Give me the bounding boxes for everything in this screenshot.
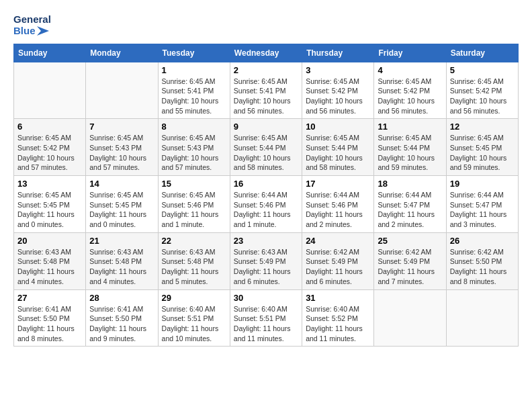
day-info: Sunrise: 6:42 AM Sunset: 5:49 PM Dayligh… <box>306 247 370 287</box>
day-number: 15 <box>162 179 226 189</box>
calendar-cell: 21Sunrise: 6:43 AM Sunset: 5:48 PM Dayli… <box>86 232 158 289</box>
day-number: 21 <box>89 236 154 246</box>
header: General Blue <box>13 13 519 37</box>
day-number: 2 <box>234 65 298 75</box>
day-number: 27 <box>17 293 82 303</box>
day-number: 5 <box>450 65 515 75</box>
logo-arrow-icon <box>37 26 49 36</box>
day-number: 8 <box>162 122 226 132</box>
day-info: Sunrise: 6:45 AM Sunset: 5:44 PM Dayligh… <box>378 133 442 173</box>
calendar-cell: 1Sunrise: 6:45 AM Sunset: 5:41 PM Daylig… <box>158 62 230 119</box>
day-info: Sunrise: 6:45 AM Sunset: 5:42 PM Dayligh… <box>450 77 515 116</box>
day-number: 13 <box>17 179 82 189</box>
day-info: Sunrise: 6:40 AM Sunset: 5:52 PM Dayligh… <box>306 304 370 344</box>
day-number: 25 <box>378 236 442 246</box>
day-number: 3 <box>306 65 370 75</box>
day-info: Sunrise: 6:44 AM Sunset: 5:47 PM Dayligh… <box>450 190 515 230</box>
day-number: 31 <box>306 293 370 303</box>
day-info: Sunrise: 6:45 AM Sunset: 5:42 PM Dayligh… <box>378 77 442 116</box>
day-number: 16 <box>234 179 298 189</box>
calendar-week-row: 6Sunrise: 6:45 AM Sunset: 5:42 PM Daylig… <box>14 119 519 176</box>
logo-general-text: General <box>13 13 51 25</box>
calendar-cell: 19Sunrise: 6:44 AM Sunset: 5:47 PM Dayli… <box>446 176 518 233</box>
day-number: 18 <box>378 179 442 189</box>
day-number: 23 <box>234 236 298 246</box>
calendar-cell: 9Sunrise: 6:45 AM Sunset: 5:44 PM Daylig… <box>230 119 302 176</box>
calendar-week-row: 20Sunrise: 6:43 AM Sunset: 5:48 PM Dayli… <box>14 232 519 289</box>
calendar-cell: 3Sunrise: 6:45 AM Sunset: 5:42 PM Daylig… <box>302 62 374 119</box>
day-info: Sunrise: 6:45 AM Sunset: 5:42 PM Dayligh… <box>306 77 370 116</box>
weekday-header-monday: Monday <box>86 44 158 62</box>
day-info: Sunrise: 6:45 AM Sunset: 5:45 PM Dayligh… <box>17 190 82 230</box>
calendar-cell: 8Sunrise: 6:45 AM Sunset: 5:43 PM Daylig… <box>158 119 230 176</box>
weekday-header-sunday: Sunday <box>14 44 86 62</box>
calendar-cell: 15Sunrise: 6:45 AM Sunset: 5:46 PM Dayli… <box>158 176 230 233</box>
calendar-cell: 31Sunrise: 6:40 AM Sunset: 5:52 PM Dayli… <box>302 289 374 347</box>
day-info: Sunrise: 6:40 AM Sunset: 5:51 PM Dayligh… <box>234 304 298 344</box>
day-info: Sunrise: 6:44 AM Sunset: 5:47 PM Dayligh… <box>378 190 442 230</box>
calendar-cell: 25Sunrise: 6:42 AM Sunset: 5:49 PM Dayli… <box>374 232 446 289</box>
calendar-cell: 20Sunrise: 6:43 AM Sunset: 5:48 PM Dayli… <box>14 232 86 289</box>
logo: General Blue <box>13 13 51 37</box>
day-number: 28 <box>89 293 154 303</box>
calendar-cell: 24Sunrise: 6:42 AM Sunset: 5:49 PM Dayli… <box>302 232 374 289</box>
day-info: Sunrise: 6:45 AM Sunset: 5:42 PM Dayligh… <box>17 133 82 173</box>
calendar-cell <box>86 62 158 119</box>
calendar-week-row: 13Sunrise: 6:45 AM Sunset: 5:45 PM Dayli… <box>14 176 519 233</box>
day-info: Sunrise: 6:43 AM Sunset: 5:48 PM Dayligh… <box>162 247 226 287</box>
day-info: Sunrise: 6:41 AM Sunset: 5:50 PM Dayligh… <box>89 304 154 344</box>
day-info: Sunrise: 6:43 AM Sunset: 5:48 PM Dayligh… <box>17 247 82 287</box>
calendar-cell: 12Sunrise: 6:45 AM Sunset: 5:45 PM Dayli… <box>446 119 518 176</box>
day-info: Sunrise: 6:41 AM Sunset: 5:50 PM Dayligh… <box>17 304 82 344</box>
day-info: Sunrise: 6:43 AM Sunset: 5:48 PM Dayligh… <box>89 247 154 287</box>
calendar-cell: 14Sunrise: 6:45 AM Sunset: 5:45 PM Dayli… <box>86 176 158 233</box>
calendar-cell: 23Sunrise: 6:43 AM Sunset: 5:49 PM Dayli… <box>230 232 302 289</box>
day-info: Sunrise: 6:42 AM Sunset: 5:50 PM Dayligh… <box>450 247 515 287</box>
calendar-cell: 22Sunrise: 6:43 AM Sunset: 5:48 PM Dayli… <box>158 232 230 289</box>
weekday-header-row: SundayMondayTuesdayWednesdayThursdayFrid… <box>14 44 519 62</box>
calendar-cell: 18Sunrise: 6:44 AM Sunset: 5:47 PM Dayli… <box>374 176 446 233</box>
calendar-cell: 27Sunrise: 6:41 AM Sunset: 5:50 PM Dayli… <box>14 289 86 347</box>
day-info: Sunrise: 6:42 AM Sunset: 5:49 PM Dayligh… <box>378 247 442 287</box>
day-number: 24 <box>306 236 370 246</box>
calendar-cell: 2Sunrise: 6:45 AM Sunset: 5:41 PM Daylig… <box>230 62 302 119</box>
day-info: Sunrise: 6:45 AM Sunset: 5:43 PM Dayligh… <box>162 133 226 173</box>
calendar-cell <box>446 289 518 347</box>
weekday-header-friday: Friday <box>374 44 446 62</box>
day-number: 29 <box>162 293 226 303</box>
day-number: 19 <box>450 179 515 189</box>
calendar-cell: 11Sunrise: 6:45 AM Sunset: 5:44 PM Dayli… <box>374 119 446 176</box>
calendar-week-row: 1Sunrise: 6:45 AM Sunset: 5:41 PM Daylig… <box>14 62 519 119</box>
day-info: Sunrise: 6:45 AM Sunset: 5:41 PM Dayligh… <box>234 77 298 116</box>
calendar-cell: 10Sunrise: 6:45 AM Sunset: 5:44 PM Dayli… <box>302 119 374 176</box>
day-number: 12 <box>450 122 515 132</box>
calendar-cell: 7Sunrise: 6:45 AM Sunset: 5:43 PM Daylig… <box>86 119 158 176</box>
day-number: 20 <box>17 236 82 246</box>
day-info: Sunrise: 6:45 AM Sunset: 5:45 PM Dayligh… <box>89 190 154 230</box>
calendar-cell: 5Sunrise: 6:45 AM Sunset: 5:42 PM Daylig… <box>446 62 518 119</box>
calendar-table: SundayMondayTuesdayWednesdayThursdayFrid… <box>13 44 519 347</box>
day-number: 17 <box>306 179 370 189</box>
calendar-cell <box>14 62 86 119</box>
calendar-cell: 4Sunrise: 6:45 AM Sunset: 5:42 PM Daylig… <box>374 62 446 119</box>
weekday-header-thursday: Thursday <box>302 44 374 62</box>
day-info: Sunrise: 6:43 AM Sunset: 5:49 PM Dayligh… <box>234 247 298 287</box>
calendar-cell: 6Sunrise: 6:45 AM Sunset: 5:42 PM Daylig… <box>14 119 86 176</box>
calendar-cell: 16Sunrise: 6:44 AM Sunset: 5:46 PM Dayli… <box>230 176 302 233</box>
day-info: Sunrise: 6:45 AM Sunset: 5:45 PM Dayligh… <box>450 133 515 173</box>
day-info: Sunrise: 6:44 AM Sunset: 5:46 PM Dayligh… <box>234 190 298 230</box>
day-info: Sunrise: 6:40 AM Sunset: 5:51 PM Dayligh… <box>162 304 226 344</box>
day-number: 6 <box>17 122 82 132</box>
day-info: Sunrise: 6:44 AM Sunset: 5:46 PM Dayligh… <box>306 190 370 230</box>
weekday-header-tuesday: Tuesday <box>158 44 230 62</box>
calendar-cell: 17Sunrise: 6:44 AM Sunset: 5:46 PM Dayli… <box>302 176 374 233</box>
day-number: 9 <box>234 122 298 132</box>
day-number: 11 <box>378 122 442 132</box>
weekday-header-saturday: Saturday <box>446 44 518 62</box>
calendar-cell <box>374 289 446 347</box>
svg-marker-0 <box>37 26 49 36</box>
calendar-cell: 30Sunrise: 6:40 AM Sunset: 5:51 PM Dayli… <box>230 289 302 347</box>
day-info: Sunrise: 6:45 AM Sunset: 5:44 PM Dayligh… <box>234 133 298 173</box>
day-number: 22 <box>162 236 226 246</box>
day-info: Sunrise: 6:45 AM Sunset: 5:41 PM Dayligh… <box>162 77 226 116</box>
